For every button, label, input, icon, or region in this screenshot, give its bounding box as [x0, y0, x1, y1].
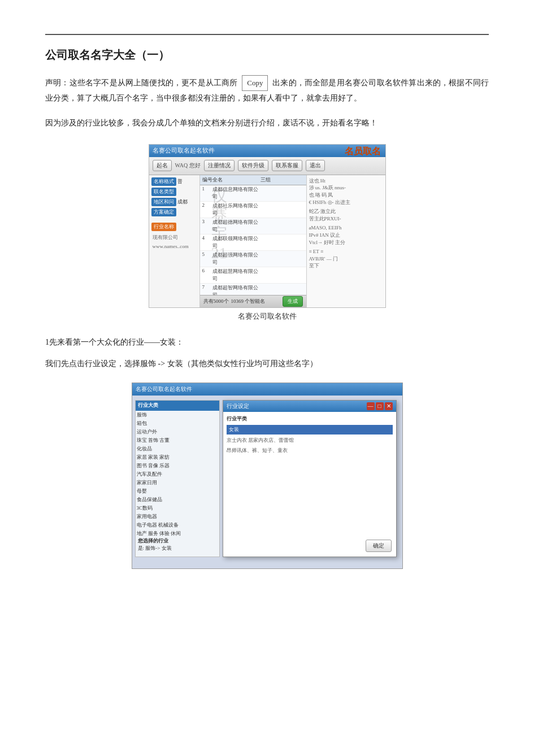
- sw-watermark: 仅赛宇21: [211, 186, 227, 262]
- sw-col-header-name: 全名: [212, 176, 261, 184]
- sw-title-text: 名赛公司取名起名软件: [153, 146, 215, 155]
- left-panel: 行业大类 服饰 箱包 运动户外 珠宝 首饰 古董 化妆品 家居 家装 家纺 图书…: [135, 400, 220, 557]
- list-item-food[interactable]: 食品保健品: [136, 496, 219, 504]
- dialog-desc-2: 昂师讯体、裤、短子、童衣: [227, 447, 393, 454]
- sw-label-plan: 方案确定: [151, 208, 176, 216]
- sw-count-label: 共有5000个: [203, 298, 229, 305]
- section1-header: 1先来看第一个大众化的行业——女装：: [45, 335, 489, 350]
- sw-titlebar: 名赛公司取名起名软件 名员取名: [149, 145, 385, 157]
- sw-sidebar-row-1: 名称格式 普: [151, 177, 197, 186]
- list-item-fushi[interactable]: 服饰: [136, 411, 219, 419]
- sw-label-format: 名称格式: [151, 177, 176, 186]
- sw-label-region: 地区和问: [151, 198, 176, 206]
- sw-greeting: WAQ 您好: [175, 162, 201, 170]
- bg-titlebar: 名赛公司取名起名软件: [132, 383, 402, 396]
- sw-right-content: 这也 Ht 涉 us. J&跃 nnus- 也 咯 码 凤 € HSIFh ◎-…: [309, 177, 383, 270]
- screenshot2-image: 名赛公司取名起名软件 行业大类 服饰 箱包 运动户外 珠宝 首饰 古董 化妆品 …: [132, 383, 403, 569]
- sw-sidebar-row-2: 联名类型: [151, 188, 197, 196]
- sw-btn-qiming[interactable]: 起名: [153, 160, 172, 171]
- sw-body: 名称格式 普 联名类型 地区和问 成都 方案确定 行业名称: [149, 175, 385, 307]
- dialog-titlebar: 行业设定 — □ ✕: [223, 401, 396, 412]
- page-title: 公司取名名字大全（一）: [45, 47, 489, 63]
- dialog-close-button[interactable]: ✕: [385, 402, 393, 410]
- sw-generate-button[interactable]: 生成: [283, 296, 303, 307]
- dialog-box: 行业设定 — □ ✕ 行业平类 女装 京士内衣 居家内衣店、蕾蕾馆 昂师讯体、裤…: [223, 400, 397, 557]
- sw-logo: 名员取名: [345, 146, 381, 158]
- list-item-auto[interactable]: 汽车及配件: [136, 470, 219, 479]
- sw-btn-contact[interactable]: 联系客服: [272, 160, 302, 171]
- sw-sidebar: 名称格式 普 联名类型 地区和问 成都 方案确定 行业名称: [149, 175, 200, 307]
- dialog-confirm-button[interactable]: 确定: [366, 540, 392, 552]
- dialog-right: 行业平类 女装 京士内衣 居家内衣店、蕾蕾馆 昂师讯体、裤、短子、童衣 确定: [223, 412, 396, 557]
- left-panel-selected-label: 您选择的行业: [138, 537, 217, 545]
- intro-paragraph-2: 因为涉及的行业比较多，我会分成几个单独的文档来分别进行介绍，废话不说，开始看名字…: [45, 116, 489, 131]
- sw-sidebar-row-3: 地区和问 成都: [151, 198, 197, 206]
- list-item-realestate[interactable]: 地产 服务 体验 休闲: [136, 529, 219, 538]
- dialog-minimize[interactable]: —: [367, 402, 375, 410]
- list-item-digital[interactable]: 3C数码: [136, 504, 219, 512]
- sw-main: 编号 全名 三组 1 成都信息网络有限公司 2 成都社乐网络有限公司 3 成: [200, 175, 306, 307]
- sw-table-header: 编号 全名 三组: [200, 175, 306, 185]
- dialog-controls: — □ ✕: [367, 402, 393, 410]
- sw-label-industry: 行业名称: [151, 223, 176, 231]
- sw-btn-register[interactable]: 注册情况: [204, 160, 235, 171]
- list-item-appliance[interactable]: 家用电器: [136, 512, 219, 521]
- left-panel-header: 行业大类: [136, 401, 219, 411]
- sw-col-header-rest: 三组: [261, 176, 304, 184]
- dialog-selected-item[interactable]: 女装: [227, 425, 393, 435]
- sw-col-header-num: 编号: [202, 176, 212, 184]
- list-item-cosmetics[interactable]: 化妆品: [136, 445, 219, 453]
- list-item-books[interactable]: 图书 音像 乐器: [136, 462, 219, 470]
- sw-sidebar-row-4: 方案确定: [151, 208, 197, 216]
- list-item-baby[interactable]: 母婴: [136, 487, 219, 496]
- list-item-home[interactable]: 家居 家装 家纺: [136, 453, 219, 462]
- left-panel-title: 行业大类: [138, 402, 158, 409]
- dialog-maximize[interactable]: □: [376, 402, 384, 410]
- list-item-outdoor[interactable]: 运动户外: [136, 428, 219, 436]
- sw-val-region: 成都: [177, 198, 188, 206]
- list-item-xiangbao[interactable]: 箱包: [136, 419, 219, 428]
- sw-industry-url: www.names..com: [151, 242, 197, 250]
- left-panel-selected-path: 是: 服饰-> 女装: [138, 545, 217, 552]
- dialog-title-text: 行业设定: [227, 402, 249, 410]
- screenshot1-image: 名赛公司取名起名软件 名员取名 起名 WAQ 您好 注册情况 软件升级 联系客服…: [149, 144, 386, 308]
- sw-val-format: 普: [177, 178, 183, 185]
- sw-toolbar: 起名 WAQ 您好 注册情况 软件升级 联系客服 退出: [149, 157, 385, 175]
- screenshot1-caption: 名赛公司取名软件: [238, 311, 297, 321]
- intro-text-1a: 声明：这些名字不是从网上随便找的，更不是从工商所: [45, 79, 238, 87]
- dialog-right-title: 行业平类: [227, 415, 393, 423]
- list-item-electronic[interactable]: 电子电器 机械设备: [136, 521, 219, 529]
- sw-btn-exit[interactable]: 退出: [306, 160, 325, 171]
- copy-label: Copy: [242, 75, 268, 91]
- left-panel-footer: 您选择的行业 是: 服饰-> 女装: [138, 537, 217, 552]
- sw-pages-label: 10369 个智能名: [231, 298, 266, 305]
- screenshot1-container: 名赛公司取名起名软件 名员取名 起名 WAQ 您好 注册情况 软件升级 联系客服…: [45, 144, 489, 321]
- sw-industry-name: 现有限公司: [151, 233, 197, 242]
- sw-btn-upgrade[interactable]: 软件升级: [238, 160, 268, 171]
- sw-bottombar: 共有5000个 10369 个智能名 生成: [200, 295, 306, 307]
- sw-sidebar-row-industry: 行业名称: [151, 223, 197, 231]
- dialog-body: 行业平类 女装 京士内衣 居家内衣店、蕾蕾馆 昂师讯体、裤、短子、童衣 确定: [223, 412, 396, 557]
- sw-label-type: 联名类型: [151, 188, 176, 196]
- page-container: 公司取名名字大全（一） 声明：这些名字不是从网上随便找的，更不是从工商所 Cop…: [0, 0, 534, 609]
- screenshot2-container: 名赛公司取名起名软件 行业大类 服饰 箱包 运动户外 珠宝 首饰 古董 化妆品 …: [45, 383, 489, 569]
- top-divider: [45, 34, 489, 35]
- table-row: 6 成都超慧网络有限公司: [200, 267, 306, 284]
- list-item-jewelry[interactable]: 珠宝 首饰 古董: [136, 436, 219, 445]
- intro-paragraph-1: 声明：这些名字不是从网上随便找的，更不是从工商所 Copy 出来的，而全部是用名…: [45, 75, 489, 106]
- dialog-desc-1: 京士内衣 居家内衣店、蕾蕾馆: [227, 437, 393, 444]
- list-item-household[interactable]: 家家日用: [136, 479, 219, 487]
- sw-right-panel: 这也 Ht 涉 us. J&跃 nnus- 也 咯 码 凤 € HSIFh ◎-…: [306, 175, 385, 307]
- paragraph3: 我们先点击行业设定，选择服饰 -> 女装（其他类似女性行业均可用这些名字）: [45, 357, 489, 371]
